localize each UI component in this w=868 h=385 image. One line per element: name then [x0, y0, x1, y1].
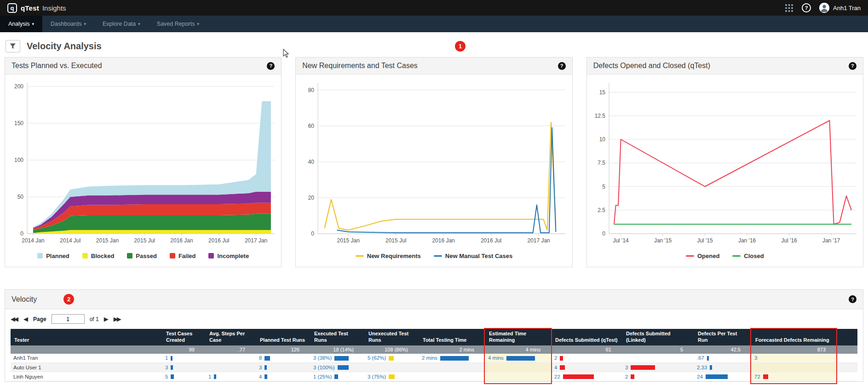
page-input[interactable] [52, 314, 85, 324]
nav-dashboards[interactable]: Dashboards ▾ [42, 16, 94, 32]
cell-value-link[interactable]: 3 [754, 355, 757, 361]
svg-text:2015 Jan: 2015 Jan [96, 237, 119, 244]
panel-help-icon[interactable]: ? [849, 295, 857, 303]
cell-bar-blue [338, 365, 349, 370]
legend-item[interactable]: Closed [732, 253, 764, 259]
column-header-est[interactable]: Estimated Time Remaining [485, 329, 552, 345]
legend-marker-icon [732, 255, 741, 257]
column-header-fdr[interactable]: Forecasted Defects Remaining [752, 329, 837, 345]
cell-value-link[interactable]: 8 [259, 355, 262, 361]
cell-bar-blue [710, 365, 712, 370]
cell-value-link[interactable]: 1 [208, 374, 211, 379]
cell-value-link[interactable]: 1 [165, 355, 168, 361]
chart-legend: OpenedClosed [587, 247, 863, 264]
cell-value-link[interactable]: 22 [554, 374, 560, 379]
legend-item[interactable]: New Manual Test Cases [434, 253, 512, 259]
cell-value-link[interactable]: 2 [554, 355, 557, 361]
first-page-button[interactable]: ◀◀ [11, 316, 18, 322]
panel-help-icon[interactable]: ? [849, 62, 857, 70]
legend-marker-icon [82, 253, 88, 259]
summary-row: 99.7712618 (14%)108 (86%)2 mins4 mins615… [11, 345, 857, 354]
qtest-logo-icon[interactable]: q [7, 3, 17, 13]
velocity-table-wrap: TesterTest Cases CreatedAvg. Steps Per C… [11, 329, 857, 381]
tester-name-cell: Linh Nguyen [11, 372, 162, 381]
cell-value-link[interactable]: 24 [697, 374, 703, 379]
prev-page-button[interactable]: ◀ [23, 316, 28, 322]
legend-marker-icon [127, 253, 132, 259]
cell-value-link[interactable]: 4 [259, 374, 262, 379]
cell-utr: 5 (62%) [365, 354, 419, 363]
column-header-tcc[interactable]: Test Cases Created [162, 329, 206, 345]
next-page-button[interactable]: ▶ [104, 316, 109, 322]
column-header-utr[interactable]: Unexecuted Test Runs [365, 329, 419, 345]
legend-item[interactable]: Passed [127, 253, 157, 259]
legend-label: Incomplete [217, 253, 249, 259]
panel-help-icon[interactable]: ? [267, 62, 275, 70]
legend-item[interactable]: Blocked [82, 253, 115, 259]
cell-value-link[interactable]: 72 [754, 374, 760, 379]
last-page-button[interactable]: ▶▶ [114, 316, 121, 322]
nav-saved-reports[interactable]: Saved Reports ▾ [149, 16, 207, 32]
svg-text:60: 60 [308, 123, 315, 129]
cell-value-link[interactable]: 3 (75%) [368, 374, 386, 379]
svg-text:200: 200 [14, 83, 23, 90]
column-header-ptr[interactable]: Planned Test Runs [256, 329, 310, 345]
cell-bar-blue [264, 374, 267, 379]
summary-tester [11, 345, 162, 354]
main-nav: Analysis ▾ Dashboards ▾ Explore Data ▾ S… [0, 16, 868, 32]
user-menu[interactable]: Anh1 Tran [819, 3, 861, 13]
cell-value-link[interactable]: 3 (38%) [313, 355, 332, 361]
cell-fdr: 3 [752, 354, 837, 363]
cell-value-link[interactable]: 3 [165, 365, 168, 370]
avatar [819, 3, 829, 13]
legend-item[interactable]: New Requirements [356, 253, 421, 259]
chart-legend: PlannedBlockedPassedFailedIncomplete [5, 247, 281, 264]
cell-bar-blue [264, 356, 270, 361]
cell-fdr: 72 [752, 372, 837, 381]
cell-value-link[interactable]: 5 [165, 374, 168, 379]
cell-value-link[interactable]: 3 (100%) [313, 365, 335, 370]
cell-value-link[interactable]: 5 (62%) [368, 355, 386, 361]
cell-value-link[interactable]: 2 mins [422, 355, 437, 361]
nav-analysis[interactable]: Analysis ▾ [0, 16, 42, 32]
panel-header: New Requirements and Test Cases ? [296, 57, 572, 75]
legend-item[interactable]: Opened [686, 253, 719, 259]
tests-planned-chart: 0501001502002014 Jan2014 Jul2015 Jan2015… [5, 76, 281, 247]
column-header-dpt[interactable]: Defects Per Test Run [694, 329, 752, 345]
cell-value-link[interactable]: .67 [697, 355, 704, 361]
cell-value-link[interactable]: 3 [259, 365, 262, 370]
legend-item[interactable]: Planned [37, 253, 69, 259]
legend-item[interactable]: Incomplete [208, 253, 249, 259]
cell-dpt: 2.33 [694, 363, 752, 372]
cell-bar-blue [171, 365, 173, 370]
cell-value-link[interactable]: 1 (25%) [313, 374, 332, 379]
summary-est: 4 mins [485, 345, 552, 354]
cell-ptr: 3 [256, 363, 310, 372]
help-icon[interactable]: ? [802, 3, 811, 12]
column-header-dsq[interactable]: Defects Submitted (qTest) [552, 329, 622, 345]
column-header-filler [837, 329, 857, 345]
cell-etr: 1 (25%) [310, 372, 365, 381]
column-header-avg[interactable]: Avg. Steps Per Case [206, 329, 256, 345]
cell-ptr: 4 [256, 372, 310, 381]
filter-button[interactable] [6, 40, 20, 52]
cell-value-link[interactable]: 4 mins [488, 355, 504, 361]
cell-bar-blue [171, 356, 172, 361]
cell-value-link[interactable]: 2 [625, 374, 628, 379]
column-header-tester[interactable]: Tester [11, 329, 162, 345]
column-header-etr[interactable]: Executed Test Runs [310, 329, 365, 345]
column-header-dsl[interactable]: Defects Submitted (Linked) [622, 329, 694, 345]
cell-value-link[interactable]: 3 [625, 365, 628, 370]
nav-dashboards-label: Dashboards [51, 21, 81, 27]
nav-explore-data[interactable]: Explore Data ▾ [94, 16, 149, 32]
panel-help-icon[interactable]: ? [558, 62, 566, 70]
chevron-down-icon: ▾ [84, 22, 86, 26]
legend-item[interactable]: Failed [170, 253, 196, 259]
cell-value-link[interactable]: 2.33 [697, 365, 707, 370]
legend-marker-icon [356, 255, 364, 257]
app-grid-icon[interactable] [785, 4, 793, 12]
tester-name-cell: Anh1 Tran [11, 354, 162, 363]
cell-value-link[interactable]: 4 [554, 365, 557, 370]
column-header-ttt[interactable]: Total Testing Time [419, 329, 485, 345]
svg-text:Jan '17: Jan '17 [822, 237, 840, 244]
